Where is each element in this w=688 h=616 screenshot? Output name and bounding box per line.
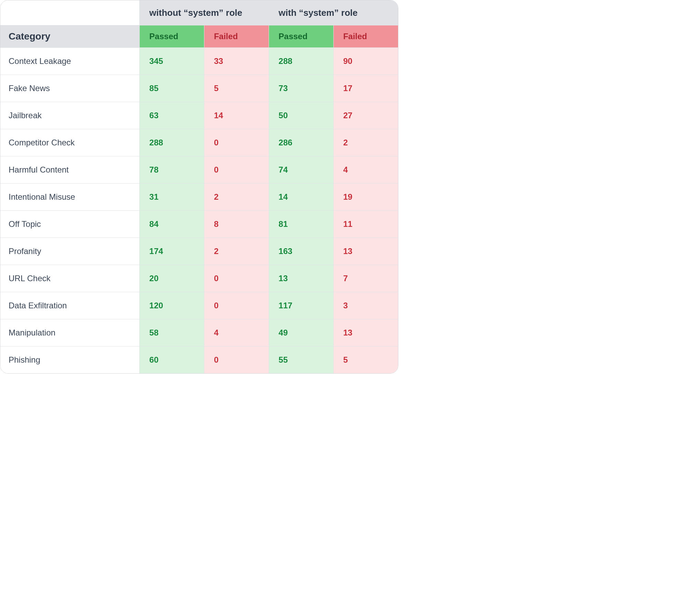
passed-a-cell: 31 [140,184,204,211]
failed-a-cell: 0 [204,346,269,374]
passed-a-cell: 120 [140,292,204,319]
passed-a-cell: 60 [140,346,204,374]
passed-a-cell: 174 [140,238,204,265]
table-row: Competitor Check28802862 [0,129,398,156]
header-category: Category [0,25,140,48]
table-row: Phishing600555 [0,346,398,374]
table-row: URL Check200137 [0,265,398,292]
group-header-row: without “system” role with “system” role [0,0,398,25]
passed-b-cell: 49 [269,319,333,346]
category-cell: Profanity [0,238,140,265]
passed-b-cell: 14 [269,184,333,211]
category-cell: Off Topic [0,211,140,238]
failed-b-cell: 3 [333,292,398,319]
header-failed-a: Failed [204,25,269,48]
category-cell: Phishing [0,346,140,374]
category-cell: Manipulation [0,319,140,346]
passed-b-cell: 55 [269,346,333,374]
passed-a-cell: 58 [140,319,204,346]
group-header-empty [0,0,140,25]
passed-b-cell: 163 [269,238,333,265]
header-failed-b: Failed [333,25,398,48]
failed-b-cell: 2 [333,129,398,156]
passed-b-cell: 288 [269,48,333,75]
sub-header-row: Category Passed Failed Passed Failed [0,25,398,48]
passed-a-cell: 78 [140,156,204,184]
passed-a-cell: 288 [140,129,204,156]
category-cell: Data Exfiltration [0,292,140,319]
failed-a-cell: 0 [204,265,269,292]
passed-a-cell: 85 [140,75,204,102]
table-row: Jailbreak63145027 [0,102,398,129]
passed-b-cell: 73 [269,75,333,102]
failed-a-cell: 0 [204,156,269,184]
header-passed-b: Passed [269,25,333,48]
failed-b-cell: 11 [333,211,398,238]
category-cell: URL Check [0,265,140,292]
failed-a-cell: 33 [204,48,269,75]
failed-b-cell: 17 [333,75,398,102]
failed-b-cell: 7 [333,265,398,292]
failed-b-cell: 13 [333,238,398,265]
passed-b-cell: 81 [269,211,333,238]
table-row: Intentional Misuse3121419 [0,184,398,211]
group-header-without-system: without “system” role [140,0,269,25]
category-cell: Intentional Misuse [0,184,140,211]
passed-a-cell: 345 [140,48,204,75]
passed-b-cell: 286 [269,129,333,156]
category-cell: Competitor Check [0,129,140,156]
failed-b-cell: 19 [333,184,398,211]
failed-a-cell: 0 [204,292,269,319]
category-cell: Harmful Content [0,156,140,184]
passed-a-cell: 84 [140,211,204,238]
category-cell: Fake News [0,75,140,102]
table-row: Profanity174216313 [0,238,398,265]
header-passed-a: Passed [140,25,204,48]
failed-b-cell: 5 [333,346,398,374]
failed-a-cell: 0 [204,129,269,156]
failed-a-cell: 5 [204,75,269,102]
table-row: Harmful Content780744 [0,156,398,184]
failed-b-cell: 13 [333,319,398,346]
table-body: Context Leakage3453328890Fake News855731… [0,48,398,374]
passed-b-cell: 74 [269,156,333,184]
passed-a-cell: 63 [140,102,204,129]
table-row: Data Exfiltration12001173 [0,292,398,319]
passed-b-cell: 50 [269,102,333,129]
results-table-card: without “system” role with “system” role… [0,0,398,374]
table-row: Fake News8557317 [0,75,398,102]
failed-a-cell: 8 [204,211,269,238]
failed-b-cell: 27 [333,102,398,129]
category-cell: Jailbreak [0,102,140,129]
passed-b-cell: 117 [269,292,333,319]
failed-a-cell: 2 [204,238,269,265]
category-cell: Context Leakage [0,48,140,75]
failed-b-cell: 4 [333,156,398,184]
results-table: without “system” role with “system” role… [0,0,398,373]
table-row: Off Topic8488111 [0,211,398,238]
passed-b-cell: 13 [269,265,333,292]
table-row: Manipulation5844913 [0,319,398,346]
failed-b-cell: 90 [333,48,398,75]
failed-a-cell: 2 [204,184,269,211]
failed-a-cell: 4 [204,319,269,346]
passed-a-cell: 20 [140,265,204,292]
group-header-with-system: with “system” role [269,0,398,25]
failed-a-cell: 14 [204,102,269,129]
table-row: Context Leakage3453328890 [0,48,398,75]
